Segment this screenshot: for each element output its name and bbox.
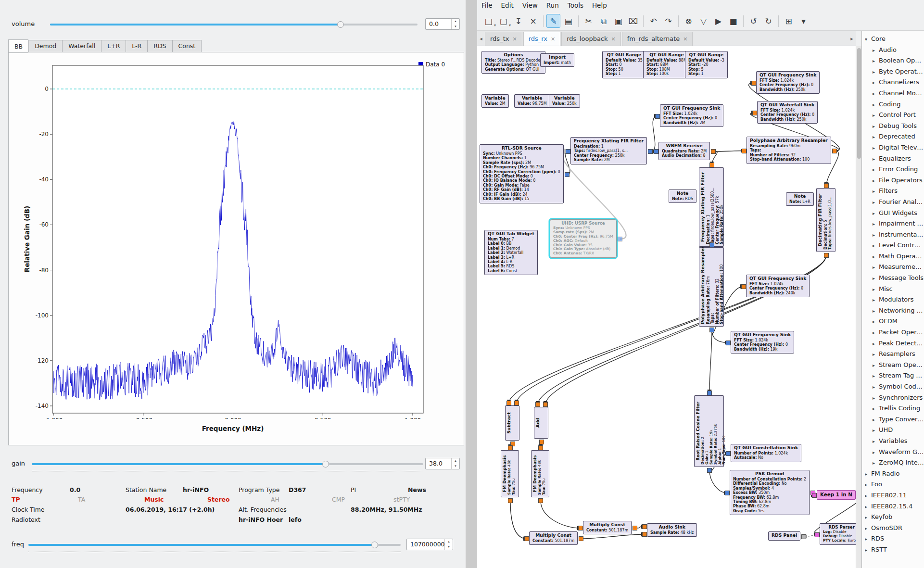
tree-item-channelizers[interactable]: ▸Channelizers (865, 77, 924, 88)
input-port[interactable] (824, 183, 829, 188)
gain-value[interactable]: 38.0 (429, 460, 443, 467)
output-port[interactable] (565, 172, 570, 177)
chevron-right-icon[interactable]: ▸ (873, 110, 879, 121)
reload-button[interactable]: ↺ (747, 14, 760, 28)
freq-slider[interactable] (28, 542, 401, 548)
menu-file[interactable]: File (477, 0, 497, 11)
chevron-right-icon[interactable]: ▸ (865, 480, 871, 490)
flowgraph-tab-rds_tx[interactable]: rds_tx✕ (485, 32, 522, 46)
volume-slider[interactable] (50, 21, 418, 28)
input-port[interactable] (741, 284, 746, 289)
block-fxv[interactable]: Frequency Xlating FIR FilterDecimation: … (699, 167, 724, 247)
volume-spinbox[interactable]: 0.0 ▴▾ (425, 18, 460, 30)
block-var1[interactable]: VariableValue: 2M (481, 94, 509, 108)
input-port[interactable] (655, 114, 660, 119)
input-port[interactable] (812, 493, 817, 498)
block-mc1[interactable]: Multiply ConstConstant: 501.187m (583, 521, 632, 534)
block-tabw[interactable]: QT GUI Tab WidgetNum Tabs: 7Label 0: BBL… (484, 230, 538, 275)
volume-value[interactable]: 0.0 (429, 20, 439, 27)
chevron-right-icon[interactable]: ▸ (873, 295, 879, 305)
canvas-scrollbar[interactable] (856, 46, 861, 568)
tree-category-keyfob[interactable]: ▸Keyfob (865, 512, 924, 523)
spectrum-plot[interactable]: 0-20-40-60-80-100-120-140-1.000-0.5000.0… (29, 63, 429, 419)
flowgraph-tab-fm_rds_alternate[interactable]: fm_rds_alternate✕ (622, 32, 693, 46)
tree-item-channel-models[interactable]: ▸Channel Models (865, 88, 924, 99)
edit-mode-button[interactable]: ✎ (546, 14, 560, 28)
output-port[interactable] (539, 440, 544, 444)
gain-slider-handle[interactable] (322, 461, 329, 467)
chevron-right-icon[interactable]: ▸ (873, 425, 879, 436)
chevron-right-icon[interactable]: ▸ (865, 523, 871, 534)
block-sub[interactable]: Subtract (505, 405, 519, 441)
delete-button[interactable]: ⌧ (626, 14, 640, 28)
tree-item-zeromq-interfaces[interactable]: ▸ZeroMQ Interfaces (865, 457, 924, 468)
tree-item-fourier-analysis[interactable]: ▸Fourier Analysis (865, 197, 924, 208)
chevron-right-icon[interactable]: ▸ (873, 56, 879, 66)
display-tab-waterfall[interactable]: Waterfall (62, 40, 101, 52)
chevron-right-icon[interactable]: ▸ (873, 45, 879, 56)
freq-spinbox[interactable]: 107000000 ▴▾ (406, 539, 453, 550)
block-parser[interactable]: RDS ParserLog: DisableDebug: DisablePTY … (820, 523, 856, 545)
output-port[interactable] (648, 149, 653, 154)
chevron-right-icon[interactable]: ▸ (873, 458, 879, 468)
chevron-right-icon[interactable]: ▸ (873, 447, 879, 458)
tree-item-control-port[interactable]: ▸Control Port (865, 110, 924, 121)
block-fx1[interactable]: Frequency Xlating FIR FilterDecimation: … (570, 137, 647, 164)
spin-up-icon[interactable]: ▴ (445, 539, 453, 544)
redo-button[interactable]: ↷ (661, 14, 675, 28)
dropdown-caret-icon[interactable]: ▾ (494, 23, 496, 27)
tree-item-ofdm[interactable]: ▸OFDM (865, 316, 924, 327)
chevron-right-icon[interactable]: ▸ (873, 273, 879, 284)
chevron-right-icon[interactable]: ▸ (873, 393, 879, 404)
tree-item-message-tools[interactable]: ▸Message Tools (865, 273, 924, 284)
chevron-right-icon[interactable]: ▸ (873, 436, 879, 447)
chevron-right-icon[interactable]: ▸ (873, 197, 879, 208)
tree-item-error-coding[interactable]: ▸Error Coding (865, 164, 924, 175)
tree-item-packet-operators[interactable]: ▸Packet Operators (865, 327, 924, 338)
input-port[interactable] (508, 445, 513, 450)
block-fsmid[interactable]: QT GUI Frequency SinkFFT Size: 1.024kCen… (660, 104, 723, 127)
chevron-right-icon[interactable]: ▸ (873, 77, 879, 88)
tree-item-resamplers[interactable]: ▸Resamplers (865, 349, 924, 360)
reload-alt-button[interactable]: ↻ (761, 14, 775, 28)
tree-item-peak-detectors[interactable]: ▸Peak Detectors (865, 338, 924, 349)
dropdown-caret-icon[interactable]: ▾ (509, 23, 511, 27)
menu-run[interactable]: Run (542, 0, 563, 11)
tab-close-icon[interactable]: ✕ (611, 36, 616, 42)
block-note_rds[interactable]: NoteNote: RDS (669, 189, 696, 203)
stop-button[interactable]: ■ (726, 14, 740, 28)
chevron-right-icon[interactable]: ▸ (865, 491, 871, 501)
paste-button[interactable]: ▣ (611, 14, 625, 28)
block-wfall[interactable]: QT GUI Waterfall SinkFFT Size: 1.024kCen… (757, 101, 818, 124)
input-port[interactable] (642, 524, 647, 529)
display-tab-l-r[interactable]: L-R (126, 40, 147, 52)
block-wbfm[interactable]: WBFM ReceiveQuadrature Rate: 2MAudio Dec… (658, 142, 710, 160)
block-uhd[interactable]: UHD: USRP SourceSync: Unknown PPSSamp ra… (550, 219, 617, 258)
chevron-right-icon[interactable]: ▸ (873, 252, 879, 262)
chevron-right-icon[interactable]: ▸ (873, 219, 879, 229)
input-port[interactable] (707, 391, 712, 395)
hier-blocks-button[interactable]: ⊞ (782, 14, 796, 28)
input-port[interactable] (709, 163, 714, 167)
block-note_lr[interactable]: NoteNote: L+R (786, 192, 814, 206)
display-tab-const[interactable]: Const (172, 40, 202, 52)
freq-value[interactable]: 107000000 (410, 541, 445, 548)
block-csink[interactable]: QT GUI Constellation SinkNumber of Point… (731, 444, 801, 462)
spin-down-icon[interactable]: ▾ (452, 24, 459, 29)
tree-item-stream-tag-tools[interactable]: ▸Stream Tag Tools (865, 370, 924, 381)
tree-category-osmosdr[interactable]: ▸OsmoSDR (865, 523, 924, 534)
block-fstr[interactable]: QT GUI Frequency SinkFFT Size: 1.024kCen… (756, 71, 820, 94)
display-tab-demod[interactable]: Demod (28, 40, 62, 52)
input-port[interactable] (524, 536, 529, 541)
chevron-right-icon[interactable]: ▸ (865, 469, 871, 480)
tree-category-ieee802-15-4[interactable]: ▸IEEE802.15.4 (865, 501, 924, 512)
tree-item-instrumentation[interactable]: ▸Instrumentation (865, 229, 924, 240)
spin-up-icon[interactable]: ▴ (452, 19, 459, 24)
run-button[interactable]: ▶ (711, 14, 725, 28)
chevron-right-icon[interactable]: ▸ (873, 360, 879, 371)
tree-item-digital-television[interactable]: ▸Digital Television (865, 142, 924, 153)
block-fs19[interactable]: QT GUI Frequency SinkFFT Size: 1.024kCen… (731, 331, 794, 353)
chevron-right-icon[interactable]: ▸ (873, 415, 879, 425)
tree-item-impairment-models[interactable]: ▸Impairment Models (865, 218, 924, 229)
input-port[interactable] (742, 149, 747, 153)
